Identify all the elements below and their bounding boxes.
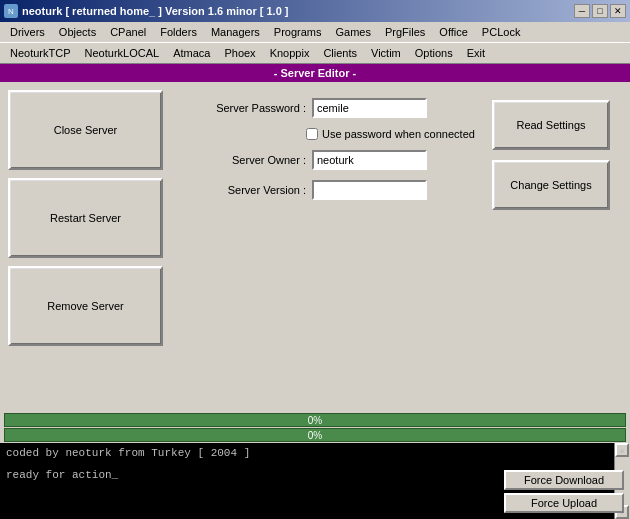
menu-clients[interactable]: Clients — [317, 45, 363, 61]
scroll-up-button[interactable]: ▲ — [615, 443, 629, 457]
checkbox-row: Use password when connected — [306, 128, 484, 140]
menu-knoppix[interactable]: Knoppix — [264, 45, 316, 61]
menu-bar-2: NeoturkTCP NeoturkLOCAL Atmaca Phoex Kno… — [0, 43, 630, 64]
password-row: Server Password : — [176, 98, 484, 118]
menu-options[interactable]: Options — [409, 45, 459, 61]
right-button-panel: Read Settings Change Settings — [492, 90, 622, 411]
menu-managers[interactable]: Managers — [205, 24, 266, 40]
force-upload-button[interactable]: Force Upload — [504, 493, 624, 513]
maximize-button[interactable]: □ — [592, 4, 608, 18]
app-icon: N — [4, 4, 18, 18]
owner-input[interactable] — [312, 150, 427, 170]
version-input[interactable] — [312, 180, 427, 200]
menu-phoex[interactable]: Phoex — [218, 45, 261, 61]
progress-text-2: 0% — [5, 429, 625, 443]
left-button-panel: Close Server Restart Server Remove Serve… — [8, 90, 168, 411]
title-bar-text: neoturk [ returned home_ ] Version 1.6 m… — [22, 5, 289, 17]
status-coded: coded by neoturk from Turkey [ 2004 ] — [6, 447, 624, 459]
force-download-button[interactable]: Force Download — [504, 470, 624, 490]
title-bar-buttons: ─ □ ✕ — [574, 4, 626, 18]
menu-prgfiles[interactable]: PrgFiles — [379, 24, 431, 40]
password-label: Server Password : — [176, 102, 306, 114]
menu-cpanel[interactable]: CPanel — [104, 24, 152, 40]
password-input[interactable] — [312, 98, 427, 118]
menu-neoturklocal[interactable]: NeoturkLOCAL — [79, 45, 166, 61]
restart-server-button[interactable]: Restart Server — [8, 178, 163, 258]
server-editor-title: - Server Editor - — [0, 64, 630, 82]
progress-bar-2: 0% — [4, 428, 626, 442]
checkbox-label: Use password when connected — [322, 128, 475, 140]
use-password-checkbox[interactable] — [306, 128, 318, 140]
menu-atmaca[interactable]: Atmaca — [167, 45, 216, 61]
main-area: Close Server Restart Server Remove Serve… — [0, 82, 630, 419]
menu-objects[interactable]: Objects — [53, 24, 102, 40]
change-settings-button[interactable]: Change Settings — [492, 160, 610, 210]
version-label: Server Version : — [176, 184, 306, 196]
version-row: Server Version : — [176, 180, 484, 200]
close-button[interactable]: ✕ — [610, 4, 626, 18]
menu-programs[interactable]: Programs — [268, 24, 328, 40]
status-area: coded by neoturk from Turkey [ 2004 ] re… — [0, 443, 630, 519]
menu-neoturktcp[interactable]: NeoturkTCP — [4, 45, 77, 61]
progress-text-1: 0% — [5, 414, 625, 428]
read-settings-button[interactable]: Read Settings — [492, 100, 610, 150]
menu-folders[interactable]: Folders — [154, 24, 203, 40]
menu-pclock[interactable]: PCLock — [476, 24, 527, 40]
menu-games[interactable]: Games — [330, 24, 377, 40]
remove-server-button[interactable]: Remove Server — [8, 266, 163, 346]
owner-row: Server Owner : — [176, 150, 484, 170]
menu-drivers[interactable]: Drivers — [4, 24, 51, 40]
owner-label: Server Owner : — [176, 154, 306, 166]
force-buttons-panel: Force Download Force Upload — [504, 470, 624, 513]
progress-section: 0% 0% — [0, 412, 630, 443]
menu-bar-1: Drivers Objects CPanel Folders Managers … — [0, 22, 630, 43]
close-server-button[interactable]: Close Server — [8, 90, 163, 170]
minimize-button[interactable]: ─ — [574, 4, 590, 18]
center-form: Server Password : Use password when conn… — [176, 90, 484, 411]
menu-office[interactable]: Office — [433, 24, 474, 40]
menu-exit[interactable]: Exit — [461, 45, 491, 61]
menu-victim[interactable]: Victim — [365, 45, 407, 61]
progress-bar-1: 0% — [4, 413, 626, 427]
title-bar: N neoturk [ returned home_ ] Version 1.6… — [0, 0, 630, 22]
